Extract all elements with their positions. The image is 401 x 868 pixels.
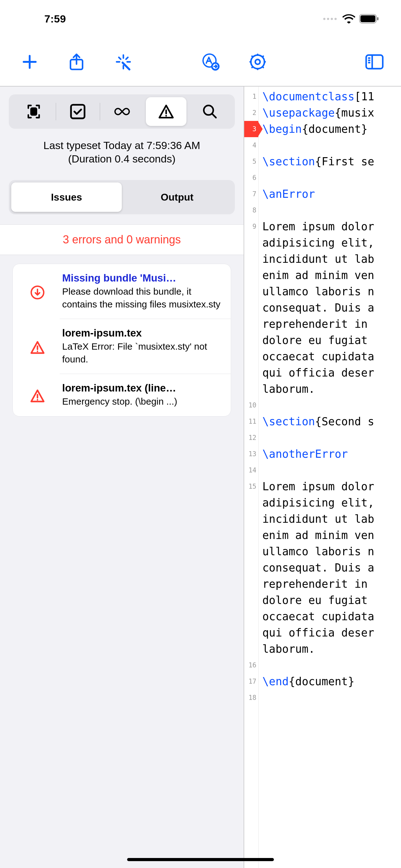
status-time: 7:59 xyxy=(22,13,66,25)
issue-title: lorem-ipsum.tex (line… xyxy=(62,382,222,394)
secondary-toolbar xyxy=(9,94,235,129)
warning-icon xyxy=(17,338,58,355)
issues-output-segment[interactable]: Issues Output xyxy=(9,180,235,214)
typeset-duration: (Duration 0.4 seconds) xyxy=(9,153,234,165)
segment-output[interactable]: Output xyxy=(122,183,232,212)
home-indicator xyxy=(127,858,274,861)
issues-pane: Last typeset Today at 7:59:36 AM (Durati… xyxy=(0,87,244,868)
share-button[interactable] xyxy=(66,51,88,73)
status-indicators xyxy=(323,14,379,24)
editor-pane: 123456789101112131415161718 \documentcla… xyxy=(244,87,401,868)
battery-icon xyxy=(359,14,379,24)
issue-title: Missing bundle 'Musi… xyxy=(62,272,222,284)
svg-rect-2 xyxy=(377,17,378,20)
content-split: Last typeset Today at 7:59:36 AM (Durati… xyxy=(0,87,401,868)
typeset-info: Last typeset Today at 7:59:36 AM (Durati… xyxy=(0,129,244,174)
settings-button[interactable] xyxy=(247,51,269,73)
cellular-icon xyxy=(323,18,338,20)
issue-detail: Emergency stop. (\begin ...) xyxy=(62,395,222,408)
new-document-button[interactable] xyxy=(19,51,41,73)
wifi-icon xyxy=(342,14,356,24)
issue-title: lorem-ipsum.tex xyxy=(62,327,222,339)
download-icon xyxy=(17,272,58,311)
typeset-button[interactable] xyxy=(200,51,222,73)
main-toolbar xyxy=(0,37,401,86)
console-tab-file[interactable] xyxy=(12,97,56,126)
issue-item[interactable]: lorem-ipsum.tex LaTeX Error: File `musix… xyxy=(13,319,231,374)
issue-item[interactable]: lorem-ipsum.tex (line… Emergency stop. (… xyxy=(13,374,231,416)
editor-code[interactable]: \documentclass[11 \usepackage{musix \beg… xyxy=(259,87,401,868)
warning-icon xyxy=(17,386,58,403)
toggle-sidebar-button[interactable] xyxy=(364,51,386,73)
issue-item[interactable]: Missing bundle 'Musi… Please download th… xyxy=(13,264,231,319)
status-bar: 7:59 xyxy=(0,0,401,37)
console-tab-search[interactable] xyxy=(188,97,232,126)
svg-rect-14 xyxy=(31,108,36,115)
svg-point-8 xyxy=(255,59,260,64)
svg-rect-15 xyxy=(71,105,85,118)
issue-detail: Please download this bundle, it contains… xyxy=(62,285,222,311)
issues-list: Missing bundle 'Musi… Please download th… xyxy=(12,264,231,416)
magic-button[interactable] xyxy=(112,51,134,73)
editor-gutter: 123456789101112131415161718 xyxy=(244,87,259,868)
segment-issues[interactable]: Issues xyxy=(11,183,122,212)
console-tab-infinity[interactable] xyxy=(100,97,144,126)
svg-rect-1 xyxy=(360,15,375,22)
console-tab-check[interactable] xyxy=(56,97,100,126)
error-summary: 3 errors and 0 warnings xyxy=(0,224,244,255)
typeset-timestamp: Last typeset Today at 7:59:36 AM xyxy=(9,140,234,152)
issue-detail: LaTeX Error: File `musixtex.sty' not fou… xyxy=(62,340,222,366)
console-tab-warnings[interactable] xyxy=(146,97,187,126)
